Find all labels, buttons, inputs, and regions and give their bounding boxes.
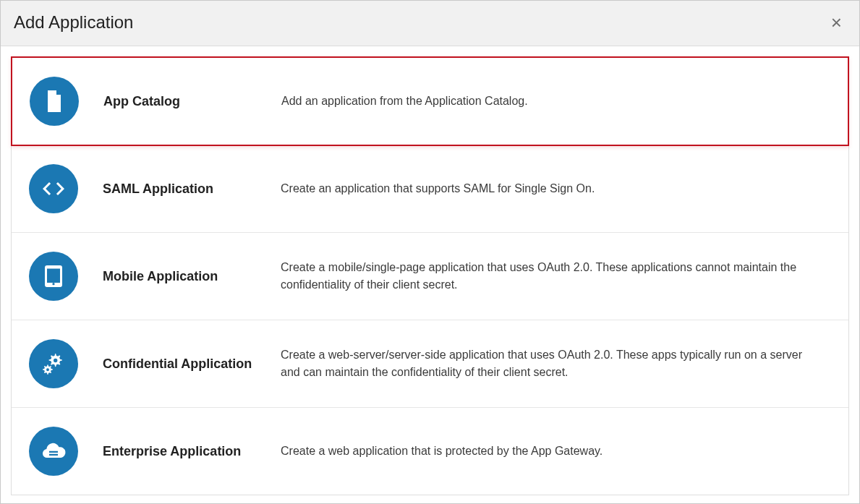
option-title: Enterprise Application xyxy=(78,444,281,459)
option-app-catalog[interactable]: App Catalog Add an application from the … xyxy=(11,56,849,146)
modal-header: Add Application × xyxy=(1,1,859,46)
close-button[interactable]: × xyxy=(828,13,845,32)
option-description: Create an application that supports SAML… xyxy=(281,180,831,197)
option-enterprise-application[interactable]: Enterprise Application Create a web appl… xyxy=(12,408,848,495)
gears-icon xyxy=(29,339,78,388)
option-description: Create a web-server/server-side applicat… xyxy=(281,346,831,381)
tablet-icon xyxy=(29,252,78,301)
option-title: Confidential Application xyxy=(78,356,281,372)
option-mobile-application[interactable]: Mobile Application Create a mobile/singl… xyxy=(12,233,848,320)
document-icon xyxy=(30,77,79,126)
cloud-gateway-icon xyxy=(29,427,78,476)
option-description: Create a web application that is protect… xyxy=(281,443,831,460)
option-title: App Catalog xyxy=(79,94,281,109)
option-description: Add an application from the Application … xyxy=(281,93,830,110)
option-saml-application[interactable]: SAML Application Create an application t… xyxy=(12,145,848,233)
option-description: Create a mobile/single-page application … xyxy=(281,259,831,294)
option-confidential-application[interactable]: Confidential Application Create a web-se… xyxy=(12,320,848,408)
add-application-modal: Add Application × App Catalog Add an app… xyxy=(0,0,860,504)
code-icon xyxy=(29,164,78,213)
option-title: SAML Application xyxy=(78,181,281,197)
modal-body: App Catalog Add an application from the … xyxy=(1,46,859,504)
modal-title: Add Application xyxy=(14,12,133,33)
options-card: App Catalog Add an application from the … xyxy=(11,56,849,495)
option-title: Mobile Application xyxy=(78,269,281,284)
close-icon: × xyxy=(831,12,842,33)
